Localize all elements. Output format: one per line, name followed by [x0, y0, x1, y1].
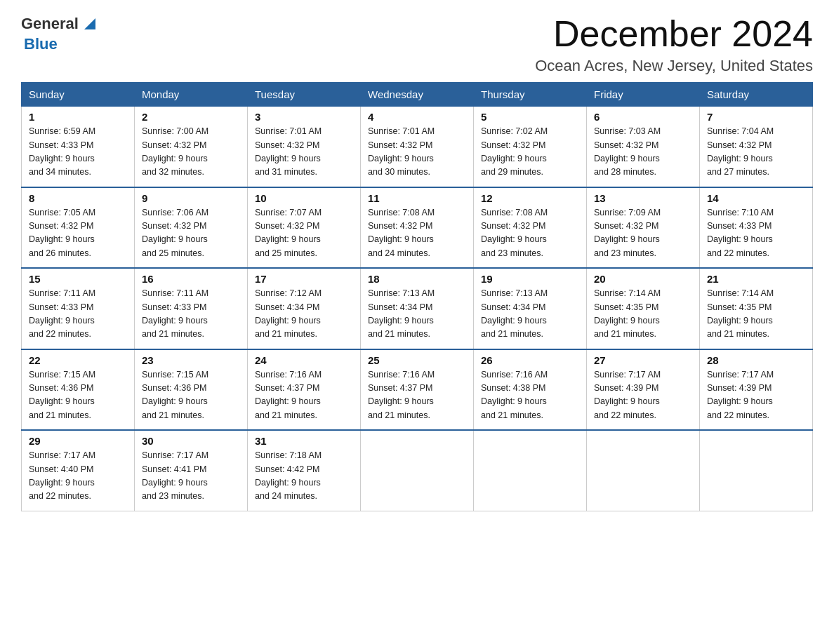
day-info: Sunrise: 7:16 AMSunset: 4:37 PMDaylight:…: [255, 368, 353, 423]
day-info: Sunrise: 7:15 AMSunset: 4:36 PMDaylight:…: [29, 368, 127, 423]
table-row: 9 Sunrise: 7:06 AMSunset: 4:32 PMDayligh…: [135, 187, 248, 269]
day-number: 7: [707, 111, 805, 123]
day-info: Sunrise: 7:01 AMSunset: 4:32 PMDaylight:…: [368, 125, 466, 180]
day-number: 13: [594, 192, 692, 204]
table-row: 18 Sunrise: 7:13 AMSunset: 4:34 PMDaylig…: [361, 268, 474, 349]
day-info: Sunrise: 7:17 AMSunset: 4:39 PMDaylight:…: [707, 368, 805, 423]
day-info: Sunrise: 7:08 AMSunset: 4:32 PMDaylight:…: [481, 206, 579, 261]
table-row: 21 Sunrise: 7:14 AMSunset: 4:35 PMDaylig…: [700, 268, 813, 349]
location-subtitle: Ocean Acres, New Jersey, United States: [535, 57, 813, 75]
table-row: 13 Sunrise: 7:09 AMSunset: 4:32 PMDaylig…: [587, 187, 700, 269]
page-header: General Blue December 2024 Ocean Acres, …: [21, 14, 813, 75]
day-info: Sunrise: 7:06 AMSunset: 4:32 PMDaylight:…: [142, 206, 240, 261]
day-number: 12: [481, 192, 579, 204]
table-row: 20 Sunrise: 7:14 AMSunset: 4:35 PMDaylig…: [587, 268, 700, 349]
col-thursday: Thursday: [474, 83, 587, 107]
logo-general-text: General: [21, 15, 79, 33]
table-row: 3 Sunrise: 7:01 AMSunset: 4:32 PMDayligh…: [248, 107, 361, 187]
day-number: 28: [707, 354, 805, 366]
calendar-week-row: 29 Sunrise: 7:17 AMSunset: 4:40 PMDaylig…: [22, 430, 813, 511]
day-info: Sunrise: 6:59 AMSunset: 4:33 PMDaylight:…: [29, 125, 127, 180]
day-info: Sunrise: 7:01 AMSunset: 4:32 PMDaylight:…: [255, 125, 353, 180]
day-number: 6: [594, 111, 692, 123]
table-row: 1 Sunrise: 6:59 AMSunset: 4:33 PMDayligh…: [22, 107, 135, 187]
day-info: Sunrise: 7:07 AMSunset: 4:32 PMDaylight:…: [255, 206, 353, 261]
calendar-week-row: 15 Sunrise: 7:11 AMSunset: 4:33 PMDaylig…: [22, 268, 813, 349]
day-info: Sunrise: 7:11 AMSunset: 4:33 PMDaylight:…: [29, 287, 127, 342]
logo-triangle-icon: [80, 14, 100, 34]
day-number: 1: [29, 111, 127, 123]
day-info: Sunrise: 7:15 AMSunset: 4:36 PMDaylight:…: [142, 368, 240, 423]
table-row: [587, 430, 700, 511]
day-info: Sunrise: 7:17 AMSunset: 4:39 PMDaylight:…: [594, 368, 692, 423]
day-number: 14: [707, 192, 805, 204]
month-year-title: December 2024: [535, 14, 813, 54]
day-info: Sunrise: 7:13 AMSunset: 4:34 PMDaylight:…: [368, 287, 466, 342]
table-row: 27 Sunrise: 7:17 AMSunset: 4:39 PMDaylig…: [587, 349, 700, 431]
col-wednesday: Wednesday: [361, 83, 474, 107]
table-row: 26 Sunrise: 7:16 AMSunset: 4:38 PMDaylig…: [474, 349, 587, 431]
day-number: 26: [481, 354, 579, 366]
table-row: 31 Sunrise: 7:18 AMSunset: 4:42 PMDaylig…: [248, 430, 361, 511]
day-info: Sunrise: 7:03 AMSunset: 4:32 PMDaylight:…: [594, 125, 692, 180]
day-number: 31: [255, 435, 353, 447]
day-info: Sunrise: 7:05 AMSunset: 4:32 PMDaylight:…: [29, 206, 127, 261]
day-info: Sunrise: 7:12 AMSunset: 4:34 PMDaylight:…: [255, 287, 353, 342]
day-info: Sunrise: 7:16 AMSunset: 4:37 PMDaylight:…: [368, 368, 466, 423]
day-number: 19: [481, 273, 579, 285]
day-number: 8: [29, 192, 127, 204]
table-row: 17 Sunrise: 7:12 AMSunset: 4:34 PMDaylig…: [248, 268, 361, 349]
day-number: 29: [29, 435, 127, 447]
day-number: 20: [594, 273, 692, 285]
day-number: 24: [255, 354, 353, 366]
table-row: 19 Sunrise: 7:13 AMSunset: 4:34 PMDaylig…: [474, 268, 587, 349]
day-number: 23: [142, 354, 240, 366]
day-number: 2: [142, 111, 240, 123]
table-row: 5 Sunrise: 7:02 AMSunset: 4:32 PMDayligh…: [474, 107, 587, 187]
day-info: Sunrise: 7:14 AMSunset: 4:35 PMDaylight:…: [707, 287, 805, 342]
title-area: December 2024 Ocean Acres, New Jersey, U…: [535, 14, 813, 75]
day-number: 21: [707, 273, 805, 285]
table-row: 14 Sunrise: 7:10 AMSunset: 4:33 PMDaylig…: [700, 187, 813, 269]
calendar-week-row: 22 Sunrise: 7:15 AMSunset: 4:36 PMDaylig…: [22, 349, 813, 431]
day-info: Sunrise: 7:17 AMSunset: 4:41 PMDaylight:…: [142, 449, 240, 504]
day-info: Sunrise: 7:17 AMSunset: 4:40 PMDaylight:…: [29, 449, 127, 504]
logo-blue-text: Blue: [24, 35, 58, 53]
table-row: 6 Sunrise: 7:03 AMSunset: 4:32 PMDayligh…: [587, 107, 700, 187]
calendar-week-row: 1 Sunrise: 6:59 AMSunset: 4:33 PMDayligh…: [22, 107, 813, 187]
table-row: 28 Sunrise: 7:17 AMSunset: 4:39 PMDaylig…: [700, 349, 813, 431]
col-saturday: Saturday: [700, 83, 813, 107]
day-number: 15: [29, 273, 127, 285]
day-info: Sunrise: 7:14 AMSunset: 4:35 PMDaylight:…: [594, 287, 692, 342]
day-info: Sunrise: 7:04 AMSunset: 4:32 PMDaylight:…: [707, 125, 805, 180]
svg-marker-0: [84, 18, 95, 29]
table-row: 4 Sunrise: 7:01 AMSunset: 4:32 PMDayligh…: [361, 107, 474, 187]
table-row: 29 Sunrise: 7:17 AMSunset: 4:40 PMDaylig…: [22, 430, 135, 511]
table-row: 24 Sunrise: 7:16 AMSunset: 4:37 PMDaylig…: [248, 349, 361, 431]
day-info: Sunrise: 7:00 AMSunset: 4:32 PMDaylight:…: [142, 125, 240, 180]
table-row: 7 Sunrise: 7:04 AMSunset: 4:32 PMDayligh…: [700, 107, 813, 187]
day-number: 3: [255, 111, 353, 123]
table-row: 2 Sunrise: 7:00 AMSunset: 4:32 PMDayligh…: [135, 107, 248, 187]
table-row: 25 Sunrise: 7:16 AMSunset: 4:37 PMDaylig…: [361, 349, 474, 431]
logo: General: [21, 14, 101, 34]
day-number: 30: [142, 435, 240, 447]
table-row: 16 Sunrise: 7:11 AMSunset: 4:33 PMDaylig…: [135, 268, 248, 349]
table-row: [700, 430, 813, 511]
table-row: 8 Sunrise: 7:05 AMSunset: 4:32 PMDayligh…: [22, 187, 135, 269]
day-number: 4: [368, 111, 466, 123]
col-monday: Monday: [135, 83, 248, 107]
day-info: Sunrise: 7:02 AMSunset: 4:32 PMDaylight:…: [481, 125, 579, 180]
day-info: Sunrise: 7:18 AMSunset: 4:42 PMDaylight:…: [255, 449, 353, 504]
calendar-header-row: Sunday Monday Tuesday Wednesday Thursday…: [22, 83, 813, 107]
day-info: Sunrise: 7:08 AMSunset: 4:32 PMDaylight:…: [368, 206, 466, 261]
table-row: [474, 430, 587, 511]
day-number: 27: [594, 354, 692, 366]
day-info: Sunrise: 7:09 AMSunset: 4:32 PMDaylight:…: [594, 206, 692, 261]
table-row: 30 Sunrise: 7:17 AMSunset: 4:41 PMDaylig…: [135, 430, 248, 511]
table-row: 15 Sunrise: 7:11 AMSunset: 4:33 PMDaylig…: [22, 268, 135, 349]
day-number: 17: [255, 273, 353, 285]
table-row: 23 Sunrise: 7:15 AMSunset: 4:36 PMDaylig…: [135, 349, 248, 431]
col-friday: Friday: [587, 83, 700, 107]
calendar-week-row: 8 Sunrise: 7:05 AMSunset: 4:32 PMDayligh…: [22, 187, 813, 269]
